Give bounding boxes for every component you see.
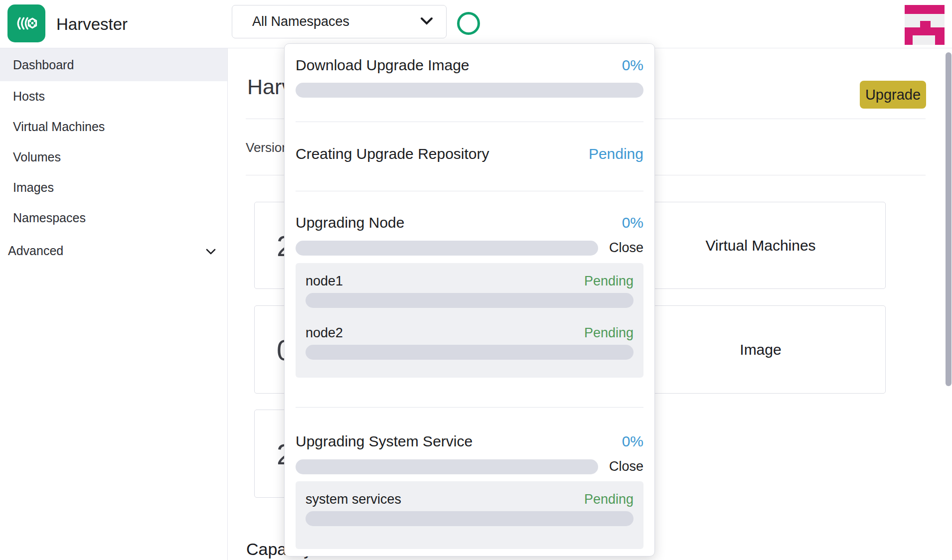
service-status-badge: Pending xyxy=(584,492,634,507)
version-label: Version xyxy=(246,140,289,155)
namespace-dropdown[interactable]: All Namespaces xyxy=(232,5,447,38)
sidebar-item-label: Images xyxy=(13,180,54,195)
modal-section-download-image: Download Upgrade Image 0% xyxy=(296,57,643,74)
scrollbar-thumb[interactable] xyxy=(946,52,952,386)
progress-bar xyxy=(306,511,634,526)
progress-bar xyxy=(306,293,634,308)
stat-label: Image xyxy=(636,341,885,358)
progress-bar xyxy=(296,241,598,256)
sidebar-nav: Dashboard Hosts Virtual Machines Volumes… xyxy=(0,48,228,560)
sidebar-group-advanced[interactable]: Advanced xyxy=(0,236,227,266)
node-status-badge: Pending xyxy=(584,325,634,341)
sidebar-item-images[interactable]: Images xyxy=(0,172,227,203)
chevron-down-icon xyxy=(205,244,216,258)
section-status: 0% xyxy=(622,57,643,74)
sidebar-item-virtual-machines[interactable]: Virtual Machines xyxy=(0,112,227,142)
section-title: Upgrading Node xyxy=(296,214,404,231)
sidebar-item-dashboard[interactable]: Dashboard xyxy=(0,48,227,81)
brand-title: Harvester xyxy=(56,0,128,48)
service-name: system services xyxy=(306,492,401,507)
upgrade-button[interactable]: Upgrade xyxy=(860,81,926,109)
node-progress-panel: node1 Pending node2 Pending xyxy=(296,263,643,378)
section-title: Upgrading System Service xyxy=(296,433,473,450)
modal-section-create-repository: Creating Upgrade Repository Pending xyxy=(296,145,643,162)
sidebar-item-hosts[interactable]: Hosts xyxy=(0,81,227,112)
sidebar-item-label: Volumes xyxy=(13,150,61,164)
sidebar-group-label: Advanced xyxy=(8,244,63,258)
service-row: system services Pending xyxy=(306,492,634,507)
service-progress-panel: system services Pending xyxy=(296,481,643,549)
node-name: node1 xyxy=(306,274,343,289)
progress-bar xyxy=(296,83,643,98)
close-link[interactable]: Close xyxy=(609,459,643,474)
section-status: Pending xyxy=(589,145,643,162)
close-link[interactable]: Close xyxy=(609,240,643,256)
node-row: node2 Pending xyxy=(306,325,634,341)
sidebar-item-label: Hosts xyxy=(13,89,45,104)
progress-bar-row: Close xyxy=(296,240,643,256)
sidebar-item-label: Virtual Machines xyxy=(13,120,105,134)
namespace-dropdown-value: All Namespaces xyxy=(252,14,419,29)
progress-bar xyxy=(306,345,634,360)
sidebar-item-label: Namespaces xyxy=(13,211,86,225)
section-status: 0% xyxy=(622,214,643,231)
rancher-corner-logo-icon[interactable] xyxy=(905,5,945,45)
progress-bar xyxy=(296,459,598,474)
vertical-scrollbar[interactable] xyxy=(945,48,952,560)
modal-section-upgrading-system-service: Upgrading System Service 0% xyxy=(296,433,643,450)
progress-bar-row: Close xyxy=(296,459,643,474)
modal-divider xyxy=(296,407,643,408)
harvester-logo-icon xyxy=(7,4,45,42)
node-row: node1 Pending xyxy=(306,274,634,289)
modal-divider xyxy=(296,122,643,122)
chevron-down-icon xyxy=(419,16,434,28)
upgrade-progress-modal: Download Upgrade Image 0% Creating Upgra… xyxy=(284,43,655,557)
node-status-badge: Pending xyxy=(584,274,634,289)
section-title: Download Upgrade Image xyxy=(296,57,470,74)
sidebar-item-volumes[interactable]: Volumes xyxy=(0,142,227,172)
loading-ring-icon xyxy=(457,12,480,35)
node-name: node2 xyxy=(306,325,343,341)
stat-label: Virtual Machines xyxy=(636,237,885,254)
sidebar-item-namespaces[interactable]: Namespaces xyxy=(0,203,227,233)
modal-divider xyxy=(296,191,643,191)
app-header: Harvester All Namespaces xyxy=(0,0,952,48)
section-status: 0% xyxy=(622,433,643,450)
modal-section-upgrading-node: Upgrading Node 0% xyxy=(296,214,643,231)
section-title: Creating Upgrade Repository xyxy=(296,145,489,162)
sidebar-item-label: Dashboard xyxy=(13,58,74,72)
